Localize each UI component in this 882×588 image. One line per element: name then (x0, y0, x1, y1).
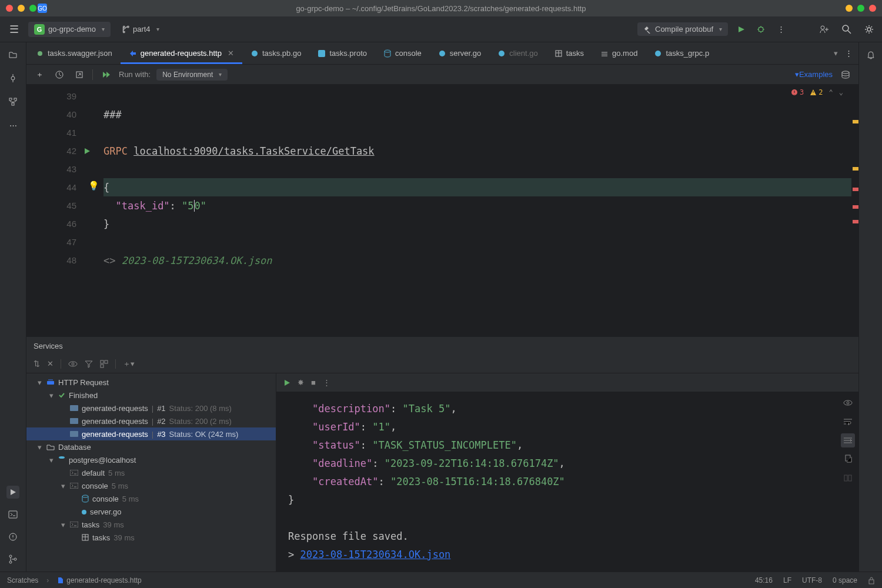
editor-tab[interactable]: tasks.pb.go (242, 42, 310, 64)
notifications-icon[interactable] (864, 48, 877, 61)
code-line[interactable] (103, 160, 851, 178)
readonly-icon[interactable] (868, 576, 875, 584)
more-button[interactable]: ⋮ (774, 22, 788, 36)
breadcrumb-file[interactable]: generated-requests.http (66, 576, 141, 584)
project-tool-icon[interactable] (6, 48, 19, 61)
breadcrumb-root[interactable]: Scratches (7, 576, 38, 584)
editor-tab[interactable]: tasks.proto (309, 42, 375, 64)
settings-icon[interactable] (862, 22, 876, 36)
project-selector[interactable]: G go-grpc-demo (28, 22, 111, 37)
code-line[interactable]: <> 2023-08-15T230634.OK.json (103, 251, 851, 269)
problems-tool-icon[interactable] (6, 530, 19, 543)
compare-icon[interactable] (841, 471, 855, 485)
examples-link[interactable]: ▾Examples (795, 70, 833, 79)
add-service-icon[interactable]: ＋▾ (123, 359, 135, 369)
tree-row[interactable]: ▾Finished (26, 389, 276, 402)
terminal-tool-icon[interactable] (6, 508, 19, 521)
scroll-icon[interactable] (841, 433, 855, 447)
wrap-icon[interactable] (841, 415, 855, 429)
code-with-me-icon[interactable] (817, 22, 831, 36)
show-icon[interactable] (68, 360, 78, 368)
tree-row[interactable]: ▾postgres@localhost (26, 453, 276, 466)
group-icon[interactable] (100, 360, 108, 368)
output-more-icon[interactable]: ⋮ (323, 378, 330, 387)
code-line[interactable]: GRPC localhost:9090/tasks.TaskService/Ge… (103, 142, 851, 160)
code-line[interactable] (103, 87, 851, 105)
commit-tool-icon[interactable] (6, 72, 19, 85)
structure-tool-icon[interactable] (6, 95, 19, 108)
search-icon[interactable] (840, 22, 854, 36)
close-panel-icon[interactable]: ✕ (47, 359, 54, 368)
tree-row[interactable]: ▾Database (26, 440, 276, 453)
tree-row[interactable]: tasks 39 ms (26, 531, 276, 544)
debug-button[interactable] (754, 22, 768, 36)
code-line[interactable]: 💡{ (103, 178, 851, 196)
open-editor-icon[interactable] (72, 68, 86, 82)
rerun-button[interactable] (283, 379, 290, 386)
services-tool-icon[interactable] (6, 486, 19, 499)
preview-icon[interactable] (841, 396, 855, 410)
close-tab-icon[interactable]: ✕ (228, 49, 234, 58)
more-tools-icon[interactable]: ⋯ (6, 119, 19, 132)
editor-tab[interactable]: tasks_grpc.p (646, 42, 717, 64)
tab-more-icon[interactable]: ⋮ (845, 49, 853, 58)
intention-bulb-icon[interactable]: 💡 (88, 181, 99, 191)
editor-tab[interactable]: console (375, 42, 430, 64)
tree-row[interactable]: generated-requests | #3 Status: OK (242 … (26, 427, 276, 440)
code-line[interactable]: ### (103, 105, 851, 123)
history-icon[interactable] (52, 68, 66, 82)
branch-selector[interactable]: part4 (116, 22, 164, 36)
window-maximize-icon[interactable] (29, 5, 36, 12)
code-line[interactable] (103, 123, 851, 142)
run-button[interactable] (734, 22, 748, 36)
code-line[interactable]: } (103, 215, 851, 233)
tree-row[interactable]: generated-requests | #1 Status: 200 (8 m… (26, 402, 276, 415)
window-minimize-icon[interactable] (18, 5, 25, 12)
response-output[interactable]: "description": "Task 5", "userId": "1", … (276, 392, 858, 572)
tree-chevron-icon[interactable]: ▾ (48, 391, 55, 400)
tree-chevron-icon[interactable]: ▾ (36, 378, 43, 387)
tree-row[interactable]: console 5 ms (26, 492, 276, 505)
line-ending[interactable]: LF (783, 576, 791, 584)
debug-output-icon[interactable]: ✸ (298, 378, 304, 387)
tree-chevron-icon[interactable]: ▾ (48, 456, 55, 465)
editor-tab[interactable]: server.go (430, 42, 489, 64)
tree-node-icon (82, 495, 89, 503)
tree-chevron-icon[interactable]: ▾ (59, 482, 66, 490)
file-encoding[interactable]: UTF-8 (802, 576, 822, 584)
tree-chevron-icon[interactable]: ▾ (36, 443, 43, 452)
vcs-tool-icon[interactable] (6, 553, 19, 566)
cursor-position[interactable]: 45:16 (755, 576, 773, 584)
editor-tab[interactable]: go.mod (592, 42, 646, 64)
code-editor[interactable]: 39404142434445464748 3 2 ⌃ ⌄ ###GRPC loc… (26, 85, 858, 336)
code-line[interactable]: "task_id": "50" (103, 196, 851, 215)
tab-dropdown-icon[interactable]: ▾ (832, 49, 839, 58)
error-stripe[interactable] (851, 85, 858, 336)
stop-button[interactable]: ■ (311, 378, 316, 387)
editor-tab[interactable]: client.go (489, 42, 546, 64)
add-request-button[interactable]: ＋ (32, 68, 46, 82)
editor-tab[interactable]: tasks (546, 42, 592, 64)
indent-setting[interactable]: 0 space (833, 576, 857, 584)
run-config-selector[interactable]: Compile protobuf (637, 22, 728, 36)
services-tree[interactable]: ▾HTTP Request▾Finishedgenerated-requests… (26, 373, 276, 572)
expand-icon[interactable]: ⇅ (34, 359, 40, 368)
window-close-icon[interactable] (6, 5, 13, 12)
database-icon[interactable] (838, 68, 853, 82)
editor-tab[interactable]: tasks.swagger.json (28, 42, 121, 64)
copy-icon[interactable] (841, 452, 855, 466)
run-all-button[interactable] (99, 68, 113, 82)
filter-icon[interactable] (85, 360, 93, 368)
editor-tab[interactable]: generated-requests.http✕ (121, 42, 242, 64)
tree-row[interactable]: ▾console 5 ms (26, 479, 276, 492)
tree-row[interactable]: ▾HTTP Request (26, 376, 276, 389)
environment-selector[interactable]: No Environment (156, 69, 228, 81)
tree-row[interactable]: default 5 ms (26, 466, 276, 479)
tree-row[interactable]: ▾tasks 39 ms (26, 518, 276, 531)
tab-label: generated-requests.http (141, 49, 222, 58)
code-line[interactable] (103, 233, 851, 251)
tree-chevron-icon[interactable]: ▾ (59, 520, 66, 529)
tree-row[interactable]: generated-requests | #2 Status: 200 (2 m… (26, 415, 276, 427)
tree-row[interactable]: server.go (26, 505, 276, 518)
hamburger-menu-icon[interactable]: ☰ (6, 21, 22, 38)
